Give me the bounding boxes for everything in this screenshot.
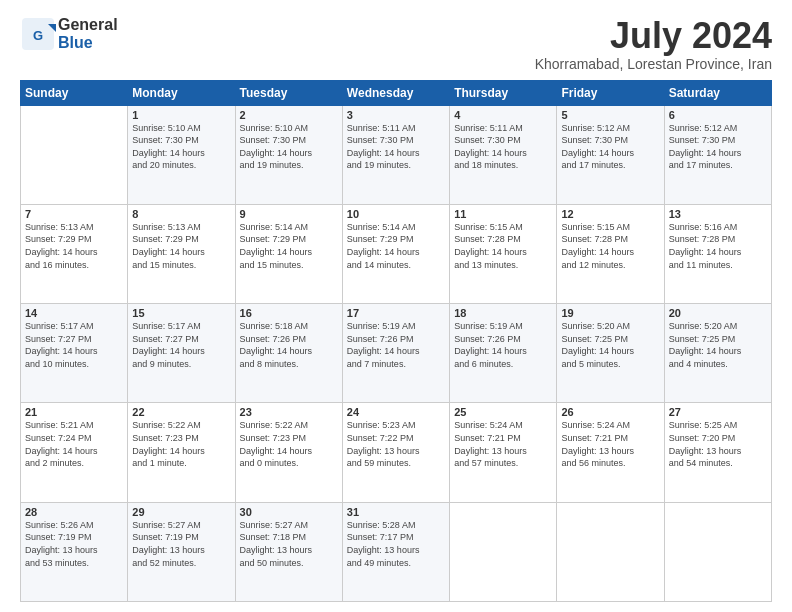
calendar-cell bbox=[450, 502, 557, 601]
calendar-cell: 1Sunrise: 5:10 AM Sunset: 7:30 PM Daylig… bbox=[128, 105, 235, 204]
calendar-header-row: SundayMondayTuesdayWednesdayThursdayFrid… bbox=[21, 80, 772, 105]
calendar-cell: 31Sunrise: 5:28 AM Sunset: 7:17 PM Dayli… bbox=[342, 502, 449, 601]
calendar-cell: 5Sunrise: 5:12 AM Sunset: 7:30 PM Daylig… bbox=[557, 105, 664, 204]
day-info: Sunrise: 5:13 AM Sunset: 7:29 PM Dayligh… bbox=[25, 221, 123, 271]
day-info: Sunrise: 5:12 AM Sunset: 7:30 PM Dayligh… bbox=[669, 122, 767, 172]
day-info: Sunrise: 5:27 AM Sunset: 7:19 PM Dayligh… bbox=[132, 519, 230, 569]
day-info: Sunrise: 5:17 AM Sunset: 7:27 PM Dayligh… bbox=[25, 320, 123, 370]
day-number: 11 bbox=[454, 208, 552, 220]
calendar-cell: 22Sunrise: 5:22 AM Sunset: 7:23 PM Dayli… bbox=[128, 403, 235, 502]
day-info: Sunrise: 5:12 AM Sunset: 7:30 PM Dayligh… bbox=[561, 122, 659, 172]
day-number: 5 bbox=[561, 109, 659, 121]
day-info: Sunrise: 5:22 AM Sunset: 7:23 PM Dayligh… bbox=[132, 419, 230, 469]
calendar-week-3: 14Sunrise: 5:17 AM Sunset: 7:27 PM Dayli… bbox=[21, 304, 772, 403]
day-number: 1 bbox=[132, 109, 230, 121]
day-number: 29 bbox=[132, 506, 230, 518]
calendar-week-4: 21Sunrise: 5:21 AM Sunset: 7:24 PM Dayli… bbox=[21, 403, 772, 502]
calendar-cell: 20Sunrise: 5:20 AM Sunset: 7:25 PM Dayli… bbox=[664, 304, 771, 403]
day-number: 24 bbox=[347, 406, 445, 418]
header: G General Blue July 2024 Khorramabad, Lo… bbox=[20, 16, 772, 72]
day-number: 16 bbox=[240, 307, 338, 319]
logo-general: General bbox=[58, 16, 118, 34]
calendar-cell: 6Sunrise: 5:12 AM Sunset: 7:30 PM Daylig… bbox=[664, 105, 771, 204]
day-number: 25 bbox=[454, 406, 552, 418]
calendar-cell: 13Sunrise: 5:16 AM Sunset: 7:28 PM Dayli… bbox=[664, 204, 771, 303]
day-number: 3 bbox=[347, 109, 445, 121]
day-number: 8 bbox=[132, 208, 230, 220]
day-info: Sunrise: 5:24 AM Sunset: 7:21 PM Dayligh… bbox=[454, 419, 552, 469]
day-number: 6 bbox=[669, 109, 767, 121]
calendar-cell: 30Sunrise: 5:27 AM Sunset: 7:18 PM Dayli… bbox=[235, 502, 342, 601]
day-number: 4 bbox=[454, 109, 552, 121]
day-info: Sunrise: 5:21 AM Sunset: 7:24 PM Dayligh… bbox=[25, 419, 123, 469]
calendar-cell: 12Sunrise: 5:15 AM Sunset: 7:28 PM Dayli… bbox=[557, 204, 664, 303]
day-info: Sunrise: 5:18 AM Sunset: 7:26 PM Dayligh… bbox=[240, 320, 338, 370]
day-info: Sunrise: 5:15 AM Sunset: 7:28 PM Dayligh… bbox=[561, 221, 659, 271]
day-info: Sunrise: 5:11 AM Sunset: 7:30 PM Dayligh… bbox=[454, 122, 552, 172]
day-info: Sunrise: 5:28 AM Sunset: 7:17 PM Dayligh… bbox=[347, 519, 445, 569]
day-number: 9 bbox=[240, 208, 338, 220]
calendar-cell: 9Sunrise: 5:14 AM Sunset: 7:29 PM Daylig… bbox=[235, 204, 342, 303]
calendar-cell: 25Sunrise: 5:24 AM Sunset: 7:21 PM Dayli… bbox=[450, 403, 557, 502]
day-number: 23 bbox=[240, 406, 338, 418]
calendar-cell: 29Sunrise: 5:27 AM Sunset: 7:19 PM Dayli… bbox=[128, 502, 235, 601]
day-header-monday: Monday bbox=[128, 80, 235, 105]
logo-blue: Blue bbox=[58, 34, 118, 52]
calendar-week-1: 1Sunrise: 5:10 AM Sunset: 7:30 PM Daylig… bbox=[21, 105, 772, 204]
day-info: Sunrise: 5:23 AM Sunset: 7:22 PM Dayligh… bbox=[347, 419, 445, 469]
day-number: 7 bbox=[25, 208, 123, 220]
day-number: 22 bbox=[132, 406, 230, 418]
calendar-cell bbox=[664, 502, 771, 601]
calendar-cell bbox=[21, 105, 128, 204]
day-info: Sunrise: 5:10 AM Sunset: 7:30 PM Dayligh… bbox=[240, 122, 338, 172]
day-info: Sunrise: 5:25 AM Sunset: 7:20 PM Dayligh… bbox=[669, 419, 767, 469]
day-number: 26 bbox=[561, 406, 659, 418]
title-area: July 2024 Khorramabad, Lorestan Province… bbox=[535, 16, 772, 72]
day-number: 15 bbox=[132, 307, 230, 319]
day-number: 13 bbox=[669, 208, 767, 220]
calendar-cell: 8Sunrise: 5:13 AM Sunset: 7:29 PM Daylig… bbox=[128, 204, 235, 303]
day-number: 10 bbox=[347, 208, 445, 220]
day-info: Sunrise: 5:19 AM Sunset: 7:26 PM Dayligh… bbox=[454, 320, 552, 370]
page: G General Blue July 2024 Khorramabad, Lo… bbox=[0, 0, 792, 612]
calendar-table: SundayMondayTuesdayWednesdayThursdayFrid… bbox=[20, 80, 772, 602]
calendar-cell: 24Sunrise: 5:23 AM Sunset: 7:22 PM Dayli… bbox=[342, 403, 449, 502]
day-header-tuesday: Tuesday bbox=[235, 80, 342, 105]
day-info: Sunrise: 5:22 AM Sunset: 7:23 PM Dayligh… bbox=[240, 419, 338, 469]
day-number: 30 bbox=[240, 506, 338, 518]
calendar-cell: 4Sunrise: 5:11 AM Sunset: 7:30 PM Daylig… bbox=[450, 105, 557, 204]
calendar-cell: 21Sunrise: 5:21 AM Sunset: 7:24 PM Dayli… bbox=[21, 403, 128, 502]
day-info: Sunrise: 5:20 AM Sunset: 7:25 PM Dayligh… bbox=[561, 320, 659, 370]
day-info: Sunrise: 5:24 AM Sunset: 7:21 PM Dayligh… bbox=[561, 419, 659, 469]
calendar-cell: 15Sunrise: 5:17 AM Sunset: 7:27 PM Dayli… bbox=[128, 304, 235, 403]
calendar-week-5: 28Sunrise: 5:26 AM Sunset: 7:19 PM Dayli… bbox=[21, 502, 772, 601]
day-number: 28 bbox=[25, 506, 123, 518]
subtitle: Khorramabad, Lorestan Province, Iran bbox=[535, 56, 772, 72]
day-header-saturday: Saturday bbox=[664, 80, 771, 105]
day-info: Sunrise: 5:19 AM Sunset: 7:26 PM Dayligh… bbox=[347, 320, 445, 370]
calendar-cell: 26Sunrise: 5:24 AM Sunset: 7:21 PM Dayli… bbox=[557, 403, 664, 502]
day-info: Sunrise: 5:20 AM Sunset: 7:25 PM Dayligh… bbox=[669, 320, 767, 370]
day-number: 27 bbox=[669, 406, 767, 418]
day-number: 14 bbox=[25, 307, 123, 319]
calendar-cell: 16Sunrise: 5:18 AM Sunset: 7:26 PM Dayli… bbox=[235, 304, 342, 403]
day-info: Sunrise: 5:15 AM Sunset: 7:28 PM Dayligh… bbox=[454, 221, 552, 271]
day-number: 2 bbox=[240, 109, 338, 121]
calendar-cell: 11Sunrise: 5:15 AM Sunset: 7:28 PM Dayli… bbox=[450, 204, 557, 303]
day-header-wednesday: Wednesday bbox=[342, 80, 449, 105]
day-number: 18 bbox=[454, 307, 552, 319]
calendar-cell: 14Sunrise: 5:17 AM Sunset: 7:27 PM Dayli… bbox=[21, 304, 128, 403]
day-info: Sunrise: 5:16 AM Sunset: 7:28 PM Dayligh… bbox=[669, 221, 767, 271]
day-info: Sunrise: 5:26 AM Sunset: 7:19 PM Dayligh… bbox=[25, 519, 123, 569]
calendar-cell: 19Sunrise: 5:20 AM Sunset: 7:25 PM Dayli… bbox=[557, 304, 664, 403]
calendar-week-2: 7Sunrise: 5:13 AM Sunset: 7:29 PM Daylig… bbox=[21, 204, 772, 303]
day-info: Sunrise: 5:14 AM Sunset: 7:29 PM Dayligh… bbox=[240, 221, 338, 271]
day-info: Sunrise: 5:13 AM Sunset: 7:29 PM Dayligh… bbox=[132, 221, 230, 271]
day-number: 21 bbox=[25, 406, 123, 418]
calendar-cell: 23Sunrise: 5:22 AM Sunset: 7:23 PM Dayli… bbox=[235, 403, 342, 502]
day-info: Sunrise: 5:17 AM Sunset: 7:27 PM Dayligh… bbox=[132, 320, 230, 370]
calendar-cell: 18Sunrise: 5:19 AM Sunset: 7:26 PM Dayli… bbox=[450, 304, 557, 403]
calendar-cell: 7Sunrise: 5:13 AM Sunset: 7:29 PM Daylig… bbox=[21, 204, 128, 303]
calendar-cell: 10Sunrise: 5:14 AM Sunset: 7:29 PM Dayli… bbox=[342, 204, 449, 303]
calendar-cell: 2Sunrise: 5:10 AM Sunset: 7:30 PM Daylig… bbox=[235, 105, 342, 204]
